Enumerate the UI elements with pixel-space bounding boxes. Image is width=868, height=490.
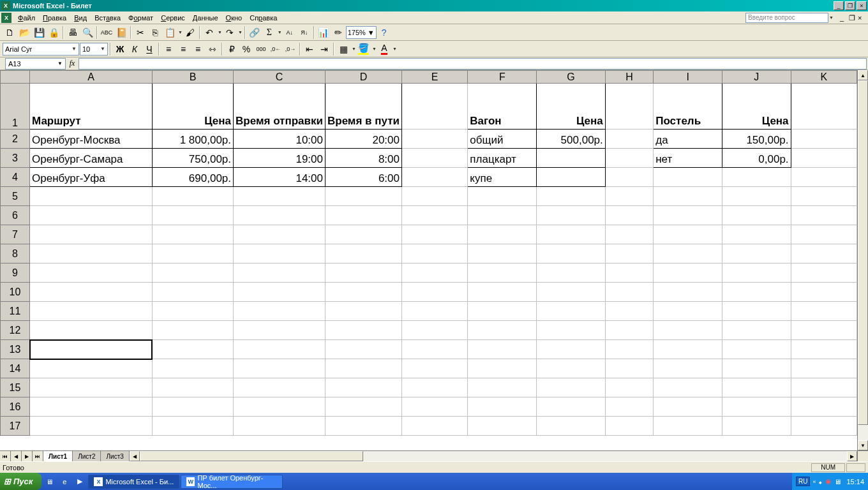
maximize-button[interactable]: ❐ [845,1,855,10]
cell-J5[interactable] [722,187,791,206]
cell-H15[interactable] [605,378,653,397]
font-size-combo[interactable]: 10▼ [80,43,108,56]
cell-F17[interactable] [468,417,537,436]
horizontal-scrollbar[interactable]: ◀ ▶ [130,451,857,461]
cell-C11[interactable] [234,302,326,321]
cell-J14[interactable] [722,359,791,378]
cell-G2[interactable]: 500,00р. [537,130,606,149]
align-center-button[interactable]: ≡ [176,42,190,56]
cell-J1[interactable]: Цена [722,84,791,130]
menu-окно[interactable]: Окно [222,13,246,23]
cell-E17[interactable] [401,417,467,436]
cell-D8[interactable] [325,244,401,264]
copy-button[interactable]: ⎘ [148,26,162,40]
cell-K3[interactable] [791,149,857,168]
workbook-minimize-button[interactable]: _ [840,14,849,22]
cell-E12[interactable] [401,321,467,340]
cell-F1[interactable]: Вагон [468,84,537,130]
save-button[interactable]: 💾 [32,26,46,40]
cell-H6[interactable] [605,206,653,225]
cell-G6[interactable] [537,206,606,225]
cell-G3[interactable] [537,149,606,168]
paste-dropdown-icon[interactable]: ▼ [177,30,183,34]
row-header-3[interactable]: 3 [1,149,30,168]
tab-first-button[interactable]: ⏮ [0,451,11,461]
cell-G1[interactable]: Цена [537,84,606,130]
col-header-C[interactable]: C [234,71,326,84]
cell-I8[interactable] [654,244,722,264]
cell-A7[interactable] [30,225,153,244]
cell-F9[interactable] [468,264,537,283]
cell-A10[interactable] [30,283,153,302]
scroll-down-button[interactable]: ▼ [858,440,868,450]
cell-G13[interactable] [537,340,606,359]
row-header-1[interactable]: 1 [1,84,30,130]
cell-H9[interactable] [605,264,653,283]
cell-J13[interactable] [722,340,791,359]
cell-K2[interactable] [791,130,857,149]
cell-B15[interactable] [152,378,233,397]
show-desktop-icon[interactable]: 🖥 [42,475,56,489]
font-color-dropdown-icon[interactable]: ▼ [392,47,397,51]
cell-J6[interactable] [722,206,791,225]
fx-icon[interactable]: fx [66,59,79,68]
cell-E4[interactable] [401,168,467,187]
cell-I17[interactable] [654,417,722,436]
cell-C2[interactable]: 10:00 [234,130,326,149]
cut-button[interactable]: ✂ [133,26,147,40]
cell-B3[interactable]: 750,00р. [152,149,233,168]
merge-center-button[interactable]: ⇿ [206,42,220,56]
horizontal-scroll-thumb[interactable] [140,451,363,461]
cell-D13[interactable] [325,340,401,359]
system-tray[interactable]: RU « ⬥ ◉ 🖥 15:14 [792,473,868,490]
cell-F13[interactable] [468,340,537,359]
col-header-B[interactable]: B [152,71,233,84]
row-header-17[interactable]: 17 [1,417,30,436]
cell-H3[interactable] [605,149,653,168]
cell-E11[interactable] [401,302,467,321]
cell-H11[interactable] [605,302,653,321]
fill-dropdown-icon[interactable]: ▼ [371,47,377,51]
chart-button[interactable]: 📊 [317,26,331,40]
cell-K17[interactable] [791,417,857,436]
cell-I5[interactable] [654,187,722,206]
zoom-combo[interactable]: 175%▼ [346,26,377,39]
new-button[interactable]: 🗋 [3,26,17,40]
font-name-combo[interactable]: Arial Cyr▼ [3,43,79,56]
cell-I15[interactable] [654,378,722,397]
cell-H10[interactable] [605,283,653,302]
cell-E5[interactable] [401,187,467,206]
cell-D16[interactable] [325,397,401,417]
cell-F14[interactable] [468,359,537,378]
cell-K4[interactable] [791,168,857,187]
grid[interactable]: ABCDEFGHIJK1МаршрутЦенаВремя отправкиВре… [0,70,857,450]
cell-J15[interactable] [722,378,791,397]
cell-E2[interactable] [401,130,467,149]
sheet-tab-лист2[interactable]: Лист2 [73,451,101,461]
cell-H2[interactable] [605,130,653,149]
cell-G16[interactable] [537,397,606,417]
cell-K13[interactable] [791,340,857,359]
cell-J4[interactable] [722,168,791,187]
cell-I11[interactable] [654,302,722,321]
percent-button[interactable]: % [239,42,253,56]
cell-F2[interactable]: общий [468,130,537,149]
cell-A8[interactable] [30,244,153,264]
close-button[interactable]: × [857,1,867,10]
minimize-button[interactable]: _ [834,1,844,10]
cell-I3[interactable]: нет [654,149,722,168]
sheet-tab-лист1[interactable]: Лист1 [43,451,73,461]
cell-B6[interactable] [152,206,233,225]
cell-F11[interactable] [468,302,537,321]
cell-F3[interactable]: плацкарт [468,149,537,168]
menu-вид[interactable]: Вид [70,13,91,23]
ie-icon[interactable]: e [57,475,71,489]
drawing-button[interactable]: ✏ [331,26,345,40]
decrease-decimal-button[interactable]: ,0→ [283,42,297,56]
menu-справка[interactable]: Справка [246,13,281,23]
cell-I13[interactable] [654,340,722,359]
row-header-2[interactable]: 2 [1,130,30,149]
row-header-11[interactable]: 11 [1,302,30,321]
cell-A13[interactable] [30,340,153,359]
cell-F8[interactable] [468,244,537,264]
